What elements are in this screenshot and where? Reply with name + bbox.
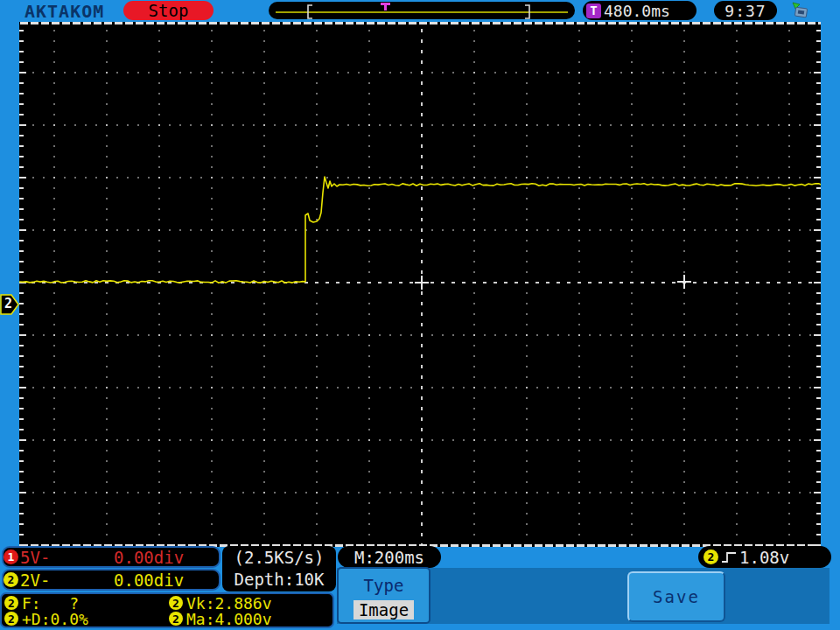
- channel1-offset: 0.00div: [114, 548, 184, 567]
- channel2-badge-icon: 2: [4, 572, 18, 587]
- run-state-label: Stop: [149, 1, 189, 20]
- usb-device-icon: [790, 2, 809, 19]
- measurement-ch-badge-icon: 2: [4, 596, 18, 610]
- trigger-level-readout: 2 1.08v: [698, 546, 831, 568]
- channel2-marker-label: 2: [4, 296, 12, 312]
- channel1-scale: 5V-: [20, 548, 50, 567]
- type-menu-button[interactable]: Type Image: [337, 567, 430, 624]
- save-button[interactable]: Save: [627, 571, 725, 622]
- trigger-level-value: 1.08v: [739, 548, 789, 567]
- measurement-ch-badge-icon: 2: [169, 612, 183, 626]
- trigger-t-marker-icon: [381, 3, 390, 10]
- measurement-max: 2 Ma:4.000v: [169, 611, 332, 626]
- channel2-scale: 2V-: [20, 570, 50, 590]
- trigger-t-icon: T: [586, 4, 601, 18]
- waveform-display: [19, 22, 821, 547]
- measurement-ch-badge-icon: 2: [4, 612, 18, 626]
- oscilloscope-screen: AKTAKOM Stop T 480.0ms 9:37 2: [0, 0, 840, 630]
- rising-edge-icon: [720, 550, 738, 564]
- channel2-position-marker[interactable]: 2: [0, 294, 20, 315]
- timebase-value: M:200ms: [354, 548, 424, 567]
- timebase-readout: M:200ms: [338, 546, 441, 568]
- measurement-frequency: 2 F: ?: [4, 595, 169, 611]
- trigger-time-readout: T 480.0ms: [583, 1, 696, 20]
- measurements-box: 2 F: ? 2 Vk:2.886v 2 +D:0.0% 2 Ma:4.000v: [0, 592, 334, 628]
- type-selected-value[interactable]: Image: [354, 600, 414, 620]
- channel1-status-box[interactable]: 1 5V- 0.00div: [2, 546, 220, 568]
- graticule-and-trace: [19, 22, 821, 547]
- save-button-label: Save: [653, 587, 700, 606]
- memory-depth: Depth:10K: [234, 569, 325, 591]
- clock-readout: 9:37: [714, 1, 777, 20]
- trigger-channel-badge-icon: 2: [704, 550, 718, 564]
- measurement-ch-badge-icon: 2: [169, 596, 183, 610]
- trigger-position-bar[interactable]: [269, 2, 575, 19]
- measurement-text: Ma:4.000v: [186, 610, 272, 628]
- trigger-position-graphic: [269, 2, 575, 19]
- brand-logo: AKTAKOM: [24, 1, 104, 22]
- channel2-status-box[interactable]: 2 2V- 0.00div: [2, 569, 220, 591]
- sample-rate: (2.5KS/s): [234, 547, 325, 569]
- run-state-badge[interactable]: Stop: [123, 1, 214, 20]
- acquire-info-box: (2.5KS/s) Depth:10K: [222, 546, 336, 592]
- channel1-badge-icon: 1: [4, 550, 18, 564]
- trigger-time-value: 480.0ms: [604, 2, 670, 20]
- measurement-duty: 2 +D:0.0%: [4, 611, 169, 626]
- clock-value: 9:37: [724, 2, 766, 20]
- type-label: Type: [339, 576, 429, 595]
- channel2-offset: 0.00div: [114, 570, 184, 590]
- measurement-vk: 2 Vk:2.886v: [169, 595, 332, 611]
- measurement-text: +D:0.0%: [22, 610, 88, 628]
